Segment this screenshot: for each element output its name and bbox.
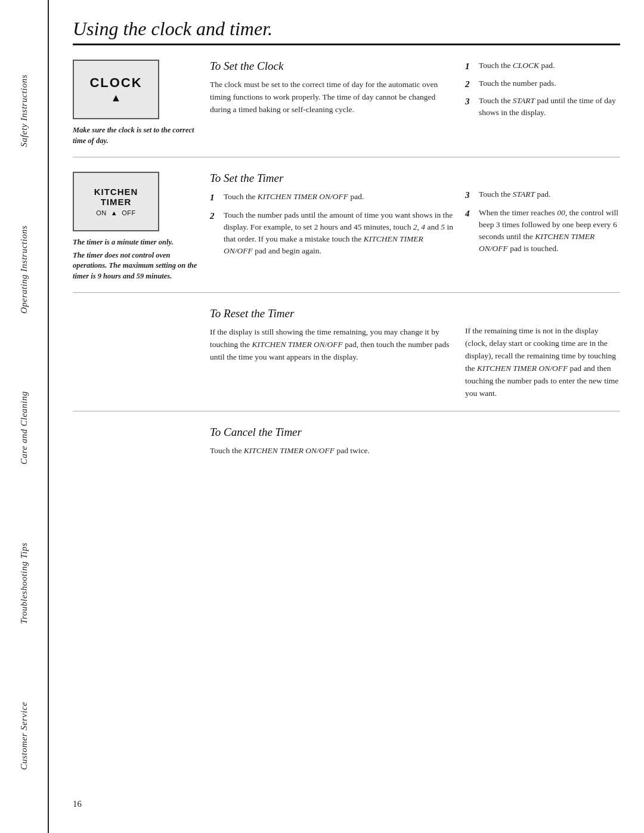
timer-reset-section-left <box>73 307 210 400</box>
clock-section: CLOCK ▲ Make sure the clock is set to th… <box>73 45 620 157</box>
clock-body-text: The clock must be set to the correct tim… <box>210 79 453 116</box>
timer-cancel-heading: To Cancel the Timer <box>210 426 453 439</box>
timer-set-steps-left: 1 Touch the KITCHEN TIMER ON/OFF pad. 2 … <box>210 191 453 258</box>
timer-reset-body-right: If the remaining time is not in the disp… <box>465 325 620 400</box>
timer-reset-section-middle: To Reset the Timer If the display is sti… <box>210 307 465 400</box>
timer-set-section-left: KITCHENTIMER ON ▲ OFF The timer is a min… <box>73 172 210 281</box>
clock-arrow-icon: ▲ <box>111 92 122 104</box>
timer-reset-body-left: If the display is still showing the time… <box>210 326 453 364</box>
sidebar: Safety Instructions Operating Instructio… <box>0 0 49 833</box>
timer-diagram-onoff: ON ▲ OFF <box>96 209 136 216</box>
clock-step-3: 3 Touch the START pad until the time of … <box>465 95 620 119</box>
clock-section-right: 1 Touch the CLOCK pad. 2 Touch the numbe… <box>465 60 620 146</box>
timer-set-section-middle: To Set the Timer 1 Touch the KITCHEN TIM… <box>210 172 465 281</box>
timer-set-section-right: 3 Touch the START pad. 4 When the timer … <box>465 172 620 281</box>
timer-cancel-section: To Cancel the Timer Touch the KITCHEN TI… <box>73 411 620 468</box>
timer-step-2: 2 Touch the number pads until the amount… <box>210 209 453 258</box>
page-title: Using the clock and timer. <box>73 18 620 40</box>
timer-cancel-body: Touch the KITCHEN TIMER ON/OFF pad twice… <box>210 445 453 457</box>
timer-step-4: 4 When the timer reaches 00, the control… <box>465 207 620 255</box>
timer-reset-section-right: If the remaining time is not in the disp… <box>465 307 620 400</box>
clock-step-2: 2 Touch the number pads. <box>465 78 620 91</box>
clock-section-middle: To Set the Clock The clock must be set t… <box>210 60 465 146</box>
clock-section-heading: To Set the Clock <box>210 60 453 73</box>
timer-cancel-section-right <box>465 426 620 457</box>
timer-cancel-section-left <box>73 426 210 457</box>
timer-step-1: 1 Touch the KITCHEN TIMER ON/OFF pad. <box>210 191 453 205</box>
page-number: 16 <box>73 799 82 809</box>
sidebar-item-safety: Safety Instructions <box>19 75 29 147</box>
clock-diagram: CLOCK ▲ <box>73 60 159 119</box>
main-content: Using the clock and timer. CLOCK ▲ Make … <box>49 0 644 833</box>
timer-diagram: KITCHENTIMER ON ▲ OFF <box>73 172 159 231</box>
clock-section-left: CLOCK ▲ Make sure the clock is set to th… <box>73 60 210 146</box>
timer-reset-heading: To Reset the Timer <box>210 307 453 320</box>
timer-diagram-label: KITCHENTIMER <box>94 187 138 208</box>
clock-caption: Make sure the clock is set to the correc… <box>73 125 199 146</box>
timer-cancel-section-middle: To Cancel the Timer Touch the KITCHEN TI… <box>210 426 465 457</box>
sidebar-item-care: Care and Cleaning <box>19 391 29 465</box>
sidebar-item-customer: Customer Service <box>19 702 29 770</box>
sidebar-item-operating: Operating Instructions <box>19 225 29 314</box>
timer-reset-section: To Reset the Timer If the display is sti… <box>73 293 620 411</box>
timer-caption-1: The timer is a minute timer only. <box>73 237 174 248</box>
timer-set-steps-right: 3 Touch the START pad. 4 When the timer … <box>465 188 620 255</box>
timer-set-heading: To Set the Timer <box>210 172 453 185</box>
timer-set-section: KITCHENTIMER ON ▲ OFF The timer is a min… <box>73 157 620 293</box>
timer-step-3: 3 Touch the START pad. <box>465 188 620 202</box>
clock-step-1: 1 Touch the CLOCK pad. <box>465 60 620 73</box>
clock-diagram-label: CLOCK <box>89 75 142 91</box>
timer-caption-2: The timer does not control oven operatio… <box>73 250 199 282</box>
sidebar-item-troubleshooting: Troubleshooting Tips <box>19 543 29 624</box>
clock-steps: 1 Touch the CLOCK pad. 2 Touch the numbe… <box>465 60 620 119</box>
